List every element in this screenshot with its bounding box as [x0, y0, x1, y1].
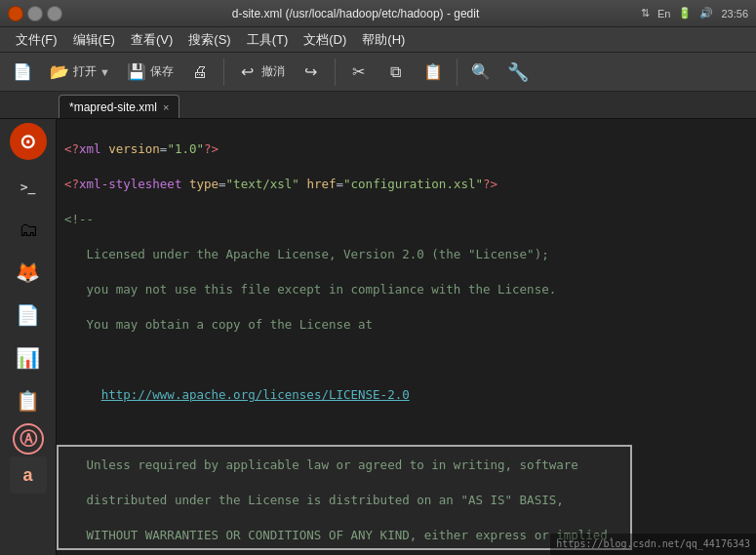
open-icon: 📂 [49, 61, 70, 83]
maximize-button[interactable] [47, 6, 62, 21]
toolbar: 📄 📂 打开 ▼ 💾 保存 🖨 ↩ 撤消 ↪ ✂ ⧉ 📋 🔍 🔧 [0, 53, 756, 92]
find-button[interactable]: 🔍 [464, 59, 497, 86]
tools-button[interactable]: 🔧 [501, 59, 535, 86]
line-9 [64, 421, 748, 439]
line-6: You may obtain a copy of the License at [64, 316, 748, 334]
line-2: <?xml-stylesheet type="text/xsl" href="c… [64, 176, 748, 193]
line-4: Licensed under the Apache License, Versi… [64, 246, 748, 263]
battery-icon: 🔋 [678, 7, 692, 20]
sidebar-icon-ubuntu[interactable]: ⊙ [10, 123, 47, 160]
minimize-button[interactable] [27, 6, 43, 21]
open-button[interactable]: 📂 打开 ▼ [43, 59, 116, 86]
menu-help[interactable]: 帮助(H) [354, 29, 413, 51]
undo-icon: ↩ [237, 61, 259, 83]
new-icon: 📄 [12, 61, 33, 83]
lang-indicator: En [657, 8, 670, 20]
sidebar-icon-appstore[interactable]: Ⓐ [13, 423, 44, 455]
redo-icon: ↪ [300, 61, 322, 83]
cut-icon: ✂ [348, 61, 370, 83]
copy-button[interactable]: ⧉ [379, 59, 413, 86]
paste-button[interactable]: 📋 [417, 59, 450, 86]
redo-button[interactable]: ↪ [295, 59, 328, 86]
toolbar-sep-3 [457, 59, 458, 86]
line-7 [64, 351, 748, 369]
title-right: ⇅ En 🔋 🔊 23:56 [641, 7, 748, 20]
line-3: <!-- [64, 211, 748, 228]
menu-edit[interactable]: 编辑(E) [65, 29, 123, 51]
menu-search[interactable]: 搜索(S) [180, 29, 238, 51]
tab-label: *mapred-site.xml [69, 100, 157, 114]
line-8: http://www.apache.org/licenses/LICENSE-2… [64, 386, 748, 404]
line-10: Unless required by applicable law or agr… [64, 456, 748, 474]
clock: 23:56 [721, 8, 748, 20]
tab-mapred[interactable]: *mapred-site.xml × [59, 95, 179, 118]
menu-tools[interactable]: 工具(T) [239, 29, 297, 51]
copy-icon: ⧉ [385, 61, 407, 83]
editor-content: <?xml version="1.0"?> <?xml-stylesheet t… [57, 119, 756, 555]
print-icon: 🖨 [189, 61, 211, 83]
terminal-symbol: >_ [20, 179, 36, 194]
watermark: https://blog.csdn.net/qq_44176343 [550, 534, 756, 555]
cut-button[interactable]: ✂ [342, 59, 376, 86]
toolbar-sep-2 [335, 59, 336, 86]
line-5: you may not use this file except in comp… [64, 281, 748, 298]
editor-area[interactable]: <?xml version="1.0"?> <?xml-stylesheet t… [57, 119, 756, 555]
undo-label: 撤消 [261, 63, 285, 80]
menu-bar: 文件(F) 编辑(E) 查看(V) 搜索(S) 工具(T) 文档(D) 帮助(H… [0, 27, 756, 53]
sidebar: ⊙ >_ 🗂 🦊 📄 📊 📋 Ⓐ a [0, 119, 57, 555]
find-icon: 🔍 [470, 61, 492, 83]
menu-view[interactable]: 查看(V) [123, 29, 180, 51]
tab-bar: *mapred-site.xml × [0, 92, 756, 119]
tab-close-button[interactable]: × [163, 101, 169, 113]
menu-file[interactable]: 文件(F) [8, 29, 65, 51]
print-button[interactable]: 🖨 [183, 59, 217, 86]
sidebar-icon-terminal[interactable]: >_ [8, 166, 49, 207]
title-bar: d-site.xml (/usr/local/hadoop/etc/hadoop… [0, 0, 756, 27]
main-layout: ⊙ >_ 🗂 🦊 📄 📊 📋 Ⓐ a <?xml version="1.0"?>… [0, 119, 756, 555]
sidebar-icon-calc[interactable]: 📊 [8, 337, 49, 378]
window-controls[interactable] [8, 6, 62, 21]
toolbar-sep-1 [223, 59, 224, 86]
sidebar-icon-files[interactable]: 🗂 [8, 209, 49, 250]
line-1: <?xml version="1.0"?> [64, 140, 748, 158]
undo-button[interactable]: ↩ 撤消 [231, 59, 291, 86]
close-button[interactable] [8, 6, 23, 21]
sort-icon: ⇅ [641, 7, 650, 20]
sidebar-icon-docs[interactable]: 📋 [8, 380, 49, 421]
volume-icon: 🔊 [699, 7, 713, 20]
menu-docs[interactable]: 文档(D) [296, 29, 354, 51]
save-button[interactable]: 💾 保存 [120, 59, 179, 86]
save-icon: 💾 [126, 61, 147, 83]
sidebar-icon-office[interactable]: 📄 [8, 295, 49, 336]
open-dropdown-icon[interactable]: ▼ [99, 66, 110, 78]
sidebar-icon-firefox[interactable]: 🦊 [8, 252, 49, 293]
tools-icon: 🔧 [507, 61, 529, 83]
open-label: 打开 [73, 63, 97, 80]
sidebar-icon-amazon[interactable]: a [10, 456, 47, 494]
line-11: distributed under the License is distrib… [64, 492, 748, 509]
save-label: 保存 [150, 63, 174, 80]
paste-icon: 📋 [422, 61, 444, 83]
window-title: d-site.xml (/usr/local/hadoop/etc/hadoop… [70, 7, 641, 20]
new-button[interactable]: 📄 [6, 59, 39, 86]
